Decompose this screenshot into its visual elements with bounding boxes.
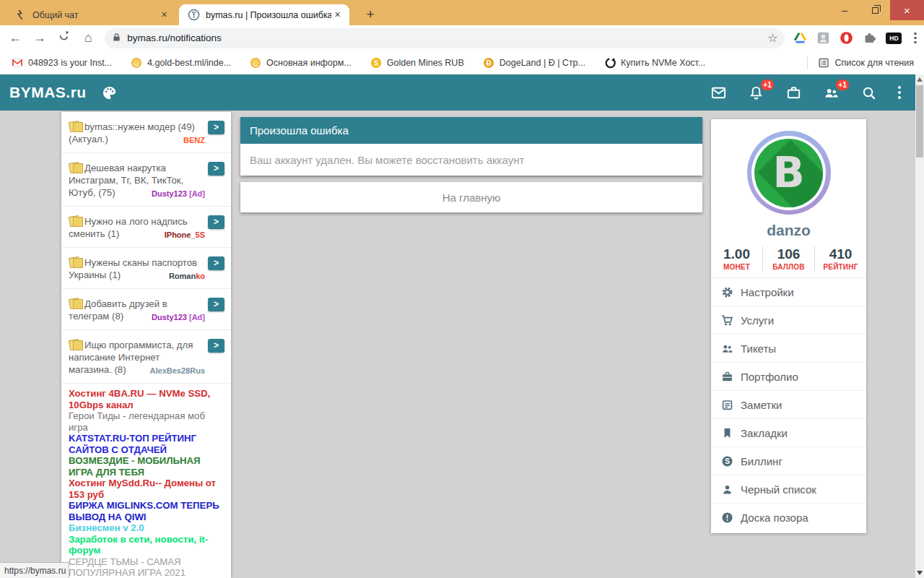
profile-stats: 1.00МОНЕТ106БАЛЛОВ410РЕЙТИНГ: [711, 246, 866, 278]
bookmark-label: Основная информ...: [266, 58, 352, 68]
scroll-up-icon[interactable]: [917, 77, 923, 82]
address-bar[interactable]: bymas.ru/notifications ☆: [105, 28, 785, 48]
navigation-bar: ← → ⌂ bymas.ru/notifications ☆: [0, 25, 924, 51]
friends-icon[interactable]: +1: [823, 85, 840, 101]
profile-menu-item-note[interactable]: Заметки: [711, 391, 866, 419]
bookmark-item[interactable]: ÐDogeLand | Ð | Стр...: [483, 57, 585, 69]
username[interactable]: danzo: [711, 222, 866, 239]
friends-badge: +1: [836, 79, 849, 90]
topic-open-button[interactable]: >: [208, 339, 225, 353]
reload-icon[interactable]: [55, 30, 74, 46]
palette-icon[interactable]: [101, 85, 118, 101]
menu-item-label: Доска позора: [741, 512, 808, 524]
mail-icon[interactable]: [710, 85, 727, 101]
profile-menu-item-person[interactable]: Черный список: [711, 475, 866, 504]
tab-close-icon[interactable]: ×: [158, 9, 170, 21]
restore-button[interactable]: [860, 0, 890, 20]
site-logo[interactable]: BYMAS.ru: [9, 84, 87, 101]
note-icon: [721, 399, 733, 411]
lock-icon: [112, 32, 121, 45]
ad-link[interactable]: Хостинг 4BA.RU — NVMe SSD, 10Gbps канал: [69, 388, 224, 410]
profile-menu-item-cart[interactable]: Услуги: [711, 306, 866, 335]
ad-link[interactable]: KATSTAT.RU-ТОП РЕЙТИНГ САЙТОВ С ОТДАЧЕЙ: [69, 433, 224, 455]
gray-extension-icon[interactable]: [816, 31, 830, 45]
new-tab-button[interactable]: +: [361, 5, 380, 24]
ad-link[interactable]: Бизнесмен v 2.0: [69, 522, 224, 534]
search-icon[interactable]: [860, 85, 877, 101]
bookmark-item[interactable]: SGolden Mines RUB: [370, 57, 464, 69]
avatar[interactable]: B: [747, 131, 831, 215]
profile-stat: 1.00МОНЕТ: [711, 246, 762, 271]
ad-link[interactable]: БИРЖА MIGLINKS.COM ТЕПЕРЬ ВЫВОД НА QIWI: [69, 500, 224, 522]
bookmark-item[interactable]: Купить NVMe Хост...: [604, 57, 705, 69]
drive-extension-icon[interactable]: [793, 31, 807, 45]
menu-item-label: Услуги: [741, 314, 774, 327]
topic-row[interactable]: >Ищю программиста, для написание Интерне…: [61, 330, 231, 384]
author-name-part: Roman: [169, 272, 196, 280]
author-name-part: Dusty123: [152, 189, 187, 198]
ad-link[interactable]: Хостинг MySdd.Ru-- Домены от 153 руб: [69, 478, 224, 500]
topic-row[interactable]: >Нужно на лого надпись сменить (1)IPhone…: [61, 207, 231, 248]
home-link[interactable]: На главную: [240, 182, 702, 212]
site-menu-icon[interactable]: [898, 86, 901, 99]
bookmark-item[interactable]: Основная информ...: [250, 57, 352, 69]
sticky-note-icon: [69, 215, 84, 226]
profile-menu-item-people[interactable]: Тикеты: [711, 335, 866, 363]
topic-row[interactable]: >Добавить друзей в телеграм (8)Dusty123 …: [61, 289, 231, 330]
notifications-bell-icon[interactable]: +1: [748, 85, 764, 101]
bookmark-label: 048923 is your Inst...: [28, 58, 112, 68]
profile-menu-item-briefcase[interactable]: Портфолио: [711, 363, 866, 391]
author-name-part: [Ad]: [187, 189, 205, 198]
tab-general-chat[interactable]: Общий чат ×: [6, 4, 176, 25]
back-icon[interactable]: ←: [6, 30, 25, 46]
author-name-part: IPhone_: [165, 230, 196, 239]
topic-open-button[interactable]: >: [208, 162, 225, 176]
profile-menu-item-alert[interactable]: Доска позора: [711, 504, 866, 532]
person-icon: [721, 483, 733, 496]
minimize-button[interactable]: –: [829, 0, 860, 20]
tab-bymas[interactable]: bymas.ru | Произошла ошибка ×: [179, 4, 349, 25]
scrollbar-thumb[interactable]: [916, 85, 923, 158]
topic-row[interactable]: >Дешевая накрутка Инстаграм, Тг, ВК, Тик…: [61, 153, 231, 207]
profile-menu-item-gear[interactable]: Настройки: [711, 278, 866, 306]
gmail-icon: [12, 57, 23, 69]
tab-strip: Общий чат × bymas.ru | Произошла ошибка …: [0, 0, 924, 25]
bookmark-item[interactable]: 048923 is your Inst...: [12, 57, 112, 69]
topic-open-button[interactable]: >: [208, 121, 225, 134]
scroll-down-icon[interactable]: [917, 571, 923, 575]
url-text[interactable]: bymas.ru/notifications: [127, 33, 767, 43]
topic-open-button[interactable]: >: [208, 215, 225, 229]
browser-menu-icon[interactable]: [914, 33, 917, 44]
menu-item-label: Тикеты: [741, 342, 776, 355]
reading-list[interactable]: Список для чтения: [807, 56, 914, 69]
topics-sidebar: >bymas::нужен модер (49) (Актуал.)BENZ>Д…: [61, 112, 231, 578]
topic-open-button[interactable]: >: [208, 298, 225, 311]
bookmark-item[interactable]: 4.gold-best.ml/inde...: [131, 57, 231, 69]
ad-link[interactable]: Герои Тиды - легендарная моб игра: [69, 410, 224, 433]
profile-stat: 106БАЛЛОВ: [762, 246, 814, 271]
close-button[interactable]: ×: [890, 0, 924, 20]
bookmark-star-icon[interactable]: ☆: [767, 31, 777, 45]
briefcase-icon[interactable]: [785, 85, 802, 101]
profile-menu-item-dollar[interactable]: SБиллинг: [711, 447, 866, 475]
topic-row[interactable]: >Нужены сканы паспортов Украины (1)Roman…: [61, 248, 231, 289]
sticky-note-icon: [69, 256, 84, 267]
topic-open-button[interactable]: >: [208, 256, 225, 270]
red-extension-icon[interactable]: [840, 31, 853, 45]
puzzle-extensions-icon[interactable]: [863, 31, 876, 45]
topic-row[interactable]: >bymas::нужен модер (49) (Актуал.)BENZ: [61, 112, 231, 153]
forward-icon[interactable]: →: [30, 30, 49, 46]
menu-item-label: Портфолио: [741, 371, 798, 383]
ad-link[interactable]: Заработок в сети, новости, it-форум: [69, 534, 224, 556]
bookmarks-bar: 048923 is your Inst...4.gold-best.ml/ind…: [0, 51, 924, 74]
avatar-letter: B: [772, 152, 804, 194]
stat-value: 106: [763, 246, 814, 262]
ad-link[interactable]: СЕРДЦЕ ТЬМЫ - САМАЯ ПОПУЛЯРНАЯ ИГРА 2021: [69, 556, 224, 578]
tab-close-icon[interactable]: ×: [331, 9, 344, 21]
ad-link[interactable]: ВОЗМЕЗДИЕ - МОБИЛЬНАЯ ИГРА ДЛЯ ТЕБЯ: [69, 455, 224, 478]
home-icon[interactable]: ⌂: [79, 30, 97, 46]
hd-extension-icon[interactable]: HD: [886, 33, 902, 44]
author-name-part: Dusty123: [152, 313, 187, 322]
page-scrollbar[interactable]: [915, 74, 924, 578]
profile-menu-item-bookmark[interactable]: Закладки: [711, 419, 866, 447]
